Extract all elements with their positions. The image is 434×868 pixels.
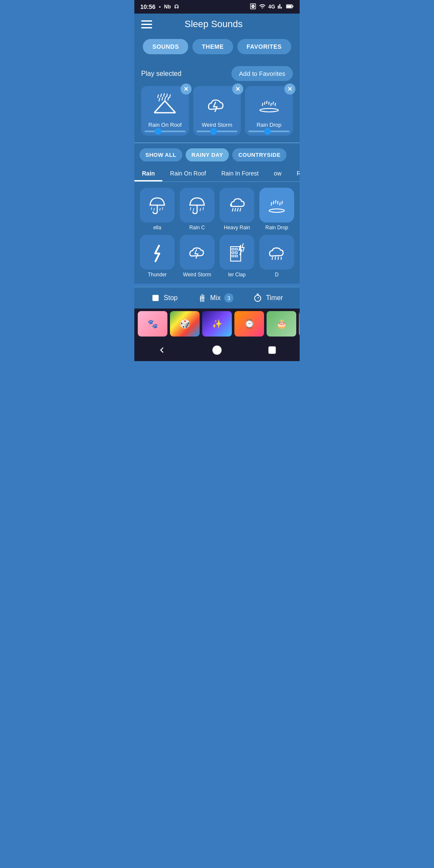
sound-tab-snow[interactable]: ow <box>266 167 289 181</box>
grid-item-d[interactable]: D <box>259 235 295 278</box>
svg-rect-53 <box>153 295 159 301</box>
ad-item-3[interactable]: ✨ <box>202 311 232 337</box>
category-filter: SHOW ALL RAINY DAY COUNTRYSIDE <box>134 143 300 167</box>
stop-label: Stop <box>164 294 178 302</box>
ad-item-1[interactable]: 🐾 <box>138 311 167 337</box>
svg-line-34 <box>240 208 241 211</box>
selected-card-weird-storm: ✕ Weird Storm <box>193 86 241 136</box>
svg-line-51 <box>278 257 278 260</box>
svg-line-7 <box>167 94 167 97</box>
thunder-label: Thunder <box>148 272 167 278</box>
square-button[interactable] <box>262 339 283 361</box>
add-to-favorites-button[interactable]: Add to Favorites <box>231 66 293 81</box>
weird-storm-volume[interactable] <box>197 131 238 132</box>
svg-line-10 <box>162 97 163 100</box>
heavy-rain-icon-box <box>220 188 254 223</box>
rain-on-roof-label: Rain On Roof <box>148 122 182 128</box>
countryside-button[interactable]: COUNTRYSIDE <box>232 148 287 161</box>
battery-icon <box>286 4 294 10</box>
sound-tab-rain-on-roof[interactable]: Rain On Roof <box>162 167 214 181</box>
grid-item-thunder-clap[interactable]: ler Clap <box>219 235 255 278</box>
weird-storm-grid-label: Weird Storm <box>183 272 211 278</box>
svg-line-33 <box>237 208 238 211</box>
timer-label: Timer <box>266 294 283 302</box>
umbrella-icon-box <box>140 188 175 223</box>
mix-label: Mix <box>210 294 221 302</box>
svg-line-39 <box>278 201 278 204</box>
ad-item-6[interactable]: 👢 <box>299 311 300 337</box>
menu-button[interactable] <box>141 20 152 28</box>
svg-line-30 <box>203 207 203 210</box>
ad-banner[interactable]: 🐾 🎲 ✨ ⌚ 🎂 👢 ▶ ✕ OTTO <box>134 309 300 339</box>
rain-drop-grid-label: Rain Drop <box>265 225 288 231</box>
svg-line-27 <box>190 207 191 210</box>
svg-line-31 <box>232 208 233 211</box>
main-tabs: SOUNDS THEME FAVORITES <box>134 35 300 61</box>
svg-line-8 <box>170 95 170 98</box>
grid-item-umbrella[interactable]: ella <box>139 188 175 231</box>
remove-rain-drop-button[interactable]: ✕ <box>284 83 295 95</box>
grid-item-heavy-rain[interactable]: Heavy Rain <box>219 188 255 231</box>
audio-icon: ☊ <box>174 4 179 10</box>
svg-line-17 <box>269 102 269 105</box>
thunder-icon-box <box>140 235 175 270</box>
top-nav: Sleep Sounds <box>134 14 300 35</box>
svg-line-40 <box>280 202 280 206</box>
svg-line-4 <box>158 95 159 98</box>
rain-c-label: Rain C <box>189 225 205 231</box>
svg-line-37 <box>273 201 274 204</box>
home-button[interactable] <box>206 339 228 361</box>
svg-point-59 <box>203 297 205 299</box>
svg-line-66 <box>258 297 259 298</box>
mix-action[interactable]: Mix 3 <box>198 293 234 303</box>
sound-tab-rain[interactable]: Rain <box>134 167 162 181</box>
tab-sounds[interactable]: SOUNDS <box>143 39 188 54</box>
selected-card-rain-on-roof: ✕ Rain On Roof <box>141 86 189 136</box>
tab-theme[interactable]: THEME <box>192 39 233 54</box>
thunder-clap-icon-box <box>220 235 254 270</box>
svg-line-49 <box>272 257 273 260</box>
remove-weird-storm-button[interactable]: ✕ <box>232 83 243 95</box>
rain-on-roof-icon <box>148 90 182 120</box>
back-icon <box>156 345 167 356</box>
rain-on-roof-volume[interactable] <box>145 131 186 132</box>
svg-line-36 <box>271 202 272 206</box>
svg-line-50 <box>275 257 275 260</box>
signal-icon <box>278 3 284 11</box>
ad-item-2[interactable]: 🎲 <box>170 311 200 337</box>
grid-item-rain-c[interactable]: Rain C <box>179 188 215 231</box>
back-button[interactable] <box>151 339 172 361</box>
weird-storm-icon-box <box>180 235 214 270</box>
sound-tab-rain-in-forest[interactable]: Rain In Forest <box>214 167 266 181</box>
svg-point-58 <box>200 298 201 300</box>
show-all-button[interactable]: SHOW ALL <box>139 148 182 161</box>
thunder-clap-label: ler Clap <box>228 272 245 278</box>
grid-item-weird-storm[interactable]: Weird Storm <box>179 235 215 278</box>
svg-line-18 <box>271 103 271 106</box>
svg-line-9 <box>159 98 160 101</box>
play-selected-label: Play selected <box>141 70 181 78</box>
nfc-icon <box>250 3 256 11</box>
rainy-day-button[interactable]: RAINY DAY <box>186 148 229 161</box>
svg-line-15 <box>264 102 265 105</box>
svg-rect-43 <box>232 248 234 250</box>
remove-rain-on-roof-button[interactable]: ✕ <box>181 83 192 95</box>
timer-action[interactable]: Timer <box>253 293 283 303</box>
stop-action[interactable]: Stop <box>151 293 178 303</box>
ad-item-4[interactable]: ⌚ <box>234 311 264 337</box>
svg-line-23 <box>154 208 154 211</box>
svg-rect-2 <box>287 5 292 7</box>
svg-point-67 <box>213 346 221 354</box>
sound-tab-rain-o[interactable]: Rain O <box>289 167 300 181</box>
grid-item-thunder[interactable]: Thunder <box>139 235 175 278</box>
svg-rect-48 <box>235 255 237 257</box>
rain-drop-volume[interactable] <box>248 131 289 132</box>
rain-drop-icon <box>252 90 286 120</box>
stop-icon <box>151 293 160 303</box>
svg-line-41 <box>282 201 282 204</box>
time-display: 10:56 <box>140 3 156 10</box>
rain-c-icon-box <box>180 188 214 223</box>
tab-favorites[interactable]: FAVORITES <box>237 39 291 54</box>
grid-item-rain-drop[interactable]: Rain Drop <box>259 188 295 231</box>
ad-item-5[interactable]: 🎂 <box>267 311 296 337</box>
